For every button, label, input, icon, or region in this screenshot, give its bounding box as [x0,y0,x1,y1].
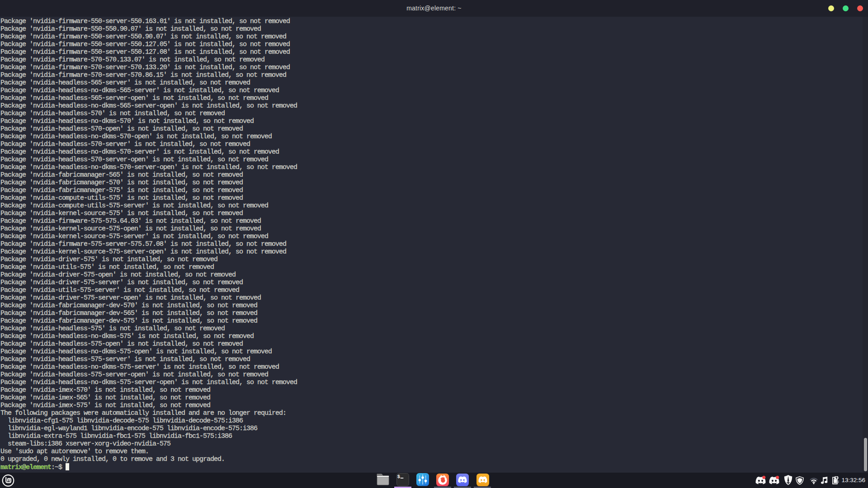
svg-text:$: $ [397,474,400,479]
